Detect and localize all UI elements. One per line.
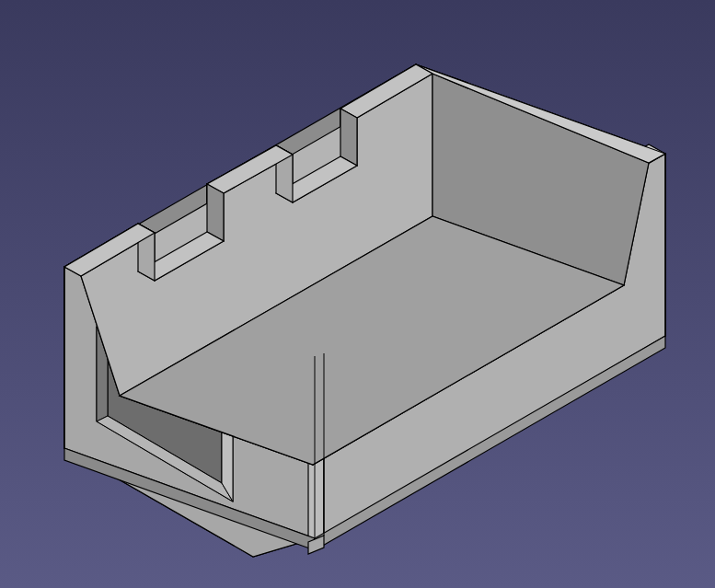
model-render <box>0 0 715 588</box>
svg-marker-31 <box>207 184 224 241</box>
3d-viewport[interactable] <box>0 0 715 588</box>
svg-marker-27 <box>340 109 357 166</box>
